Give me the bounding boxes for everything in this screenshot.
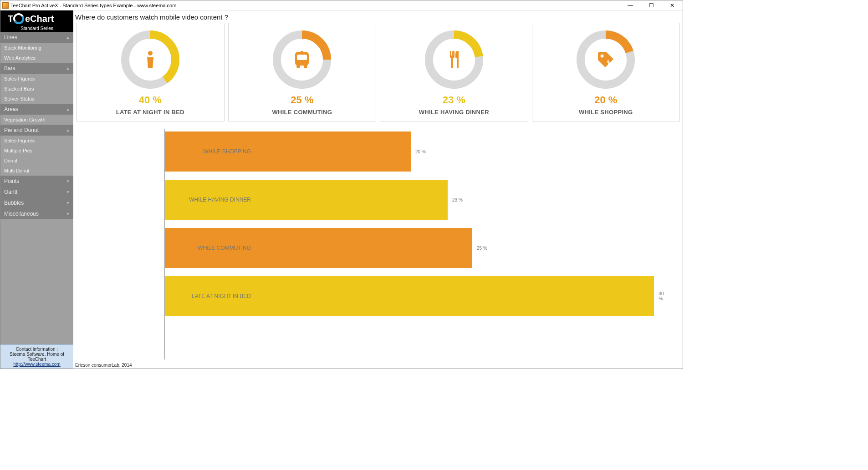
contact-line1: Contact information : [1,347,72,352]
sidebar-item-server-status[interactable]: Server Status [0,94,73,104]
sidebar-item-web-analytics[interactable]: Web Analytics [0,53,73,63]
contact-link[interactable]: http://www.steema.com [13,362,60,367]
person-cup-icon [139,48,162,71]
svg-text:eChart: eChart [25,14,54,24]
svg-point-13 [304,65,307,68]
window-title: TeeChart Pro ActiveX - Standard Series t… [10,3,620,8]
donut-percent-0: 40 % [77,94,224,106]
bar-row-0: WHILE SHOPPING20 % [164,129,669,174]
bar-value-0: 20 % [415,149,426,154]
donut-card-2: 23 %WHILE HAVING DINNER [380,23,528,121]
bar-value-1: 23 % [452,197,463,202]
donut-3: % [574,28,638,91]
logo: T eChart Standard Series [0,10,73,32]
sidebar: T eChart Standard Series Lines▲Stock Mon… [0,10,73,369]
sidebar-item-vegetation-growth[interactable]: Vegetation Growth [0,115,73,125]
sidebar-category-gantt[interactable]: Gantt▼ [0,187,73,197]
sidebar-item-stock-monitoring[interactable]: Stock Monitoring [0,43,73,53]
contact-panel: Contact information : Steema Software. H… [0,344,73,369]
donut-cards-row: 40 %LATE AT NIGHT IN BED25 %WHILE COMMUT… [73,23,683,124]
bar-value-3: 40 % [659,291,669,301]
svg-point-12 [296,65,300,68]
sidebar-category-areas[interactable]: Areas▲ [0,104,73,115]
sidebar-item-stacked-bars[interactable]: Stacked Bars [0,84,73,94]
sidebar-category-points[interactable]: Points▼ [0,176,73,187]
window-minimize-button[interactable]: — [620,0,641,10]
logo-subtitle: Standard Series [0,26,73,31]
donut-1 [270,28,334,91]
sidebar-category-lines[interactable]: Lines▲ [0,32,73,43]
donut-card-3: %20 %WHILE SHOPPING [532,23,680,121]
sidebar-item-sales-figures[interactable]: Sales Figures [0,74,73,84]
donut-label-1: WHILE COMMUTING [229,109,376,116]
donut-percent-3: 20 % [532,94,680,106]
price-tag-icon: % [594,48,617,71]
sidebar-item-multiple-pies[interactable]: Multiple Pies [0,146,73,156]
donut-percent-1: 25 % [229,94,376,106]
sidebar-category-bars[interactable]: Bars▲ [0,63,73,74]
bar-label-1: WHILE HAVING DINNER [169,197,251,203]
bar-chart: WHILE SHOPPING20 %WHILE HAVING DINNER23 … [73,124,683,369]
svg-text:T: T [8,14,13,24]
bar-row-3: LATE AT NIGHT IN BED40 % [164,273,669,319]
svg-rect-11 [297,55,307,60]
sidebar-category-bubbles[interactable]: Bubbles▼ [0,197,73,208]
donut-label-0: LATE AT NIGHT IN BED [77,109,224,116]
donut-2 [422,28,486,91]
contact-line2: Steema Software. Home of TeeChart [1,352,72,362]
bar-value-2: 25 % [477,246,487,251]
sidebar-category-miscellaneous[interactable]: Miscellaneous▼ [0,208,73,219]
main-panel: Where do customers watch mobile video co… [73,10,683,369]
window-titlebar: TeeChart Pro ActiveX - Standard Series t… [0,0,683,10]
sidebar-item-donut[interactable]: Donut [0,156,73,166]
sidebar-item-sales-figures[interactable]: Sales Figures [0,136,73,146]
donut-0 [118,28,182,91]
sidebar-category-pie-and-donut[interactable]: Pie and Donut▲ [0,125,73,136]
bar-label-0: WHILE SHOPPING [169,148,251,155]
donut-card-1: 25 %WHILE COMMUTING [228,23,377,121]
svg-point-7 [147,56,153,57]
bar-label-3: LATE AT NIGHT IN BED [169,293,251,299]
window-close-button[interactable]: ✕ [662,0,683,10]
donut-label-3: WHILE SHOPPING [532,109,680,116]
chart-credit: Ericson consumerLab. 2014 [75,363,132,368]
svg-point-19 [601,55,604,58]
window-maximize-button[interactable]: ☐ [641,0,662,10]
sidebar-spacer [0,219,73,344]
donut-card-0: 40 %LATE AT NIGHT IN BED [76,23,225,121]
chart-title: Where do customers watch mobile video co… [73,10,683,23]
bar-label-2: WHILE COMMUTING [169,245,251,251]
svg-rect-14 [301,51,303,53]
bus-icon [291,48,313,71]
sidebar-item-multi-donut[interactable]: Multi Donut [0,166,73,176]
donut-label-2: WHILE HAVING DINNER [380,109,528,116]
donut-percent-2: 23 % [380,94,528,106]
app-icon [2,2,9,9]
bar-row-1: WHILE HAVING DINNER23 % [164,177,669,222]
bar-row-2: WHILE COMMUTING25 % [164,225,669,271]
cutlery-icon [443,48,465,71]
